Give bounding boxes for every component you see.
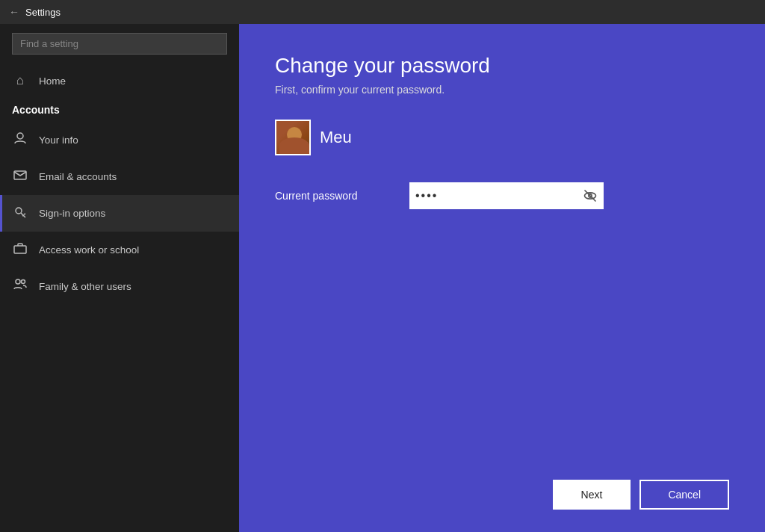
svg-point-5 xyxy=(22,280,25,284)
sidebar-item-label: Sign-in options xyxy=(39,208,105,219)
password-row: Current password xyxy=(275,182,729,209)
sidebar-item-label: Access work or school xyxy=(39,244,139,256)
dialog-footer: Next Cancel xyxy=(275,480,729,510)
password-toggle-button[interactable] xyxy=(583,188,598,203)
svg-point-4 xyxy=(16,279,20,284)
sidebar-item-label: Home xyxy=(39,75,66,87)
avatar xyxy=(275,120,311,155)
briefcase-icon xyxy=(12,241,28,259)
eye-icon xyxy=(583,188,598,203)
password-input-wrapper xyxy=(409,182,604,209)
sidebar-item-label: Your info xyxy=(39,134,78,146)
person-icon xyxy=(12,132,28,149)
back-button[interactable]: ← xyxy=(9,6,19,18)
svg-line-8 xyxy=(585,191,596,202)
svg-point-0 xyxy=(17,133,23,139)
family-icon xyxy=(12,278,28,295)
sidebar-item-family-users[interactable]: Family & other users xyxy=(0,268,239,305)
svg-point-2 xyxy=(16,208,22,214)
avatar-image xyxy=(276,121,309,154)
email-icon xyxy=(12,168,28,185)
password-label: Current password xyxy=(275,190,394,202)
dialog-subtitle: First, confirm your current password. xyxy=(275,84,729,96)
sidebar-item-label: Email & accounts xyxy=(39,171,117,182)
sidebar-section-label: Accounts xyxy=(0,98,239,122)
sidebar-item-your-info[interactable]: Your info xyxy=(0,122,239,158)
sidebar: ⌂ Home Accounts Your info Email xyxy=(0,24,239,532)
cancel-button[interactable]: Cancel xyxy=(639,480,729,510)
app-title: Settings xyxy=(25,7,61,18)
dialog-title: Change your password xyxy=(275,54,729,78)
sidebar-item-label: Family & other users xyxy=(39,281,131,292)
search-container xyxy=(12,33,227,55)
svg-rect-3 xyxy=(14,246,26,253)
dialog-box: Change your password First, confirm your… xyxy=(239,24,765,532)
titlebar: ← Settings xyxy=(0,0,765,24)
dialog-overlay: Change your password First, confirm your… xyxy=(239,24,765,532)
main-layout: ⌂ Home Accounts Your info Email xyxy=(0,24,765,532)
sidebar-item-sign-in[interactable]: Sign-in options xyxy=(0,195,239,232)
user-name: Meu xyxy=(320,128,352,147)
dialog-spacer xyxy=(275,224,729,480)
key-icon xyxy=(12,205,28,222)
sidebar-item-home[interactable]: ⌂ Home xyxy=(0,64,239,98)
next-button[interactable]: Next xyxy=(553,480,631,510)
content-panel: Change your password First, confirm your… xyxy=(239,24,765,532)
current-password-input[interactable] xyxy=(415,189,583,202)
user-row: Meu xyxy=(275,120,729,155)
sidebar-item-email-accounts[interactable]: Email & accounts xyxy=(0,158,239,195)
search-input[interactable] xyxy=(12,33,227,55)
sidebar-item-access-work[interactable]: Access work or school xyxy=(0,232,239,268)
home-icon: ⌂ xyxy=(12,73,28,88)
